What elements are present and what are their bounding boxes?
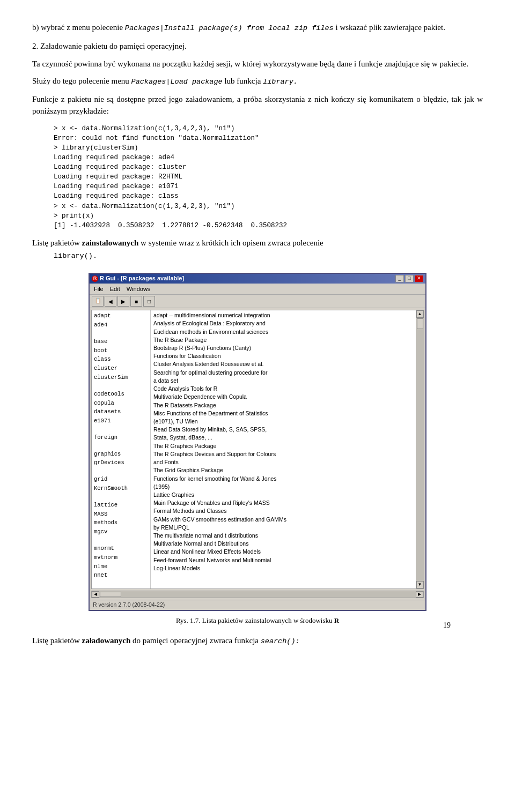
pkg-grDevices-spacer	[94, 467, 148, 475]
pkg-codetools[interactable]: codetools	[94, 390, 148, 399]
desc-graphics: The R Graphics Package	[153, 442, 413, 450]
section2-desc: Ta czynność powinna być wykonana na pocz…	[32, 59, 468, 68]
list-code: library().	[54, 251, 483, 262]
menu-edit[interactable]: Edit	[107, 284, 123, 294]
hscroll-left-btn[interactable]: ◀	[92, 591, 99, 598]
status-text: R version 2.7.0 (2008-04-22)	[93, 601, 165, 608]
pkg-adapt[interactable]: adapt	[94, 311, 148, 321]
pkg-mvtnorm[interactable]: mvtnorm	[94, 553, 148, 562]
pkg-e1071[interactable]: e1071	[94, 416, 148, 426]
desc-methods: Formal Methods and Classes	[153, 507, 413, 515]
bottom-code: search():	[261, 637, 300, 645]
hscroll-right-btn[interactable]: ▶	[416, 591, 423, 598]
package-descs-col: adapt -- multidimensional numerical inte…	[151, 310, 416, 588]
pkg-grDevices[interactable]: grDevices	[94, 458, 148, 467]
h-scrollbar[interactable]: ◀ ▶	[91, 591, 424, 598]
bottom-text-start: Listę pakietów	[32, 636, 82, 645]
desc-clusterSim: Searching for optimal clustering procedu…	[153, 369, 413, 385]
pkg-class[interactable]: class	[94, 355, 148, 364]
hscroll-track[interactable]	[99, 591, 416, 598]
caption-bold: R	[334, 616, 339, 624]
titlebar-buttons[interactable]: _ □ ✕	[395, 275, 423, 282]
section2-heading: 2. Załadowanie pakietu do pamięci operac…	[32, 40, 483, 117]
bottom-bold: załadowanych	[82, 636, 130, 645]
window-title: R Gui - [R packages available]	[100, 274, 184, 283]
pkg-mnormt[interactable]: mnormt	[94, 544, 148, 553]
package-names-col: adapt ade4 base boot class cluster clust…	[92, 310, 151, 588]
restore-button[interactable]: □	[405, 275, 414, 282]
pkg-foreign[interactable]: foreign	[94, 433, 148, 442]
desc-KernSmooth: Functions for kernel smoothing for Wand …	[153, 475, 413, 491]
scroll-thumb[interactable]	[417, 318, 423, 329]
pkg-foreign-spacer	[94, 442, 148, 450]
toolbar-btn-5[interactable]: □	[143, 296, 155, 307]
menu-windows[interactable]: Windows	[123, 284, 154, 294]
desc-MASS: Main Package of Venables and Ripley's MA…	[153, 499, 413, 507]
desc-ade4: Analysis of Ecological Data : Explorator…	[153, 319, 413, 336]
list-intro-para: Listę pakietów zainstalowanych w systemi…	[32, 237, 483, 262]
desc-cluster: Cluster Analysis Extended Rousseeuw et a…	[153, 360, 413, 368]
desc-e1071: Misc Functions of the Department of Stat…	[153, 409, 413, 426]
pkg-nlme[interactable]: nlme	[94, 562, 148, 571]
r-icon: R	[92, 275, 98, 282]
list-bold: zainstalowanych	[82, 239, 138, 247]
point-b-code: Packages|Install package(s) from local z…	[125, 24, 334, 32]
pkg-graphics[interactable]: graphics	[94, 450, 148, 459]
code-example: > x <- data.Normalization(c(1,3,4,2,3), …	[54, 124, 483, 230]
pkg-MASS[interactable]: MASS	[94, 510, 148, 519]
rgui-body: adapt ade4 base boot class cluster clust…	[91, 310, 424, 589]
desc-adapt: adapt -- multidimensional numerical inte…	[153, 311, 413, 319]
scrollbar[interactable]: ▲ ▼	[416, 310, 423, 588]
pkg-copula[interactable]: copula	[94, 399, 148, 408]
figure-container: R R Gui - [R packages available] _ □ ✕ F…	[32, 273, 483, 626]
section2-menu-text: Służy do tego polecenie menu	[32, 77, 131, 85]
scroll-track[interactable]	[416, 318, 424, 581]
scroll-down-btn[interactable]: ▼	[416, 581, 424, 588]
desc-grDevices: The R Graphics Devices and Support for C…	[153, 450, 413, 466]
toolbar-btn-4[interactable]: ■	[130, 296, 142, 307]
pkg-datasets[interactable]: datasets	[94, 407, 148, 416]
scroll-up-btn[interactable]: ▲	[416, 310, 424, 318]
hscroll-thumb[interactable]	[100, 592, 121, 597]
close-button[interactable]: ✕	[415, 275, 423, 282]
section2-menu-end: lub funkcja	[223, 77, 263, 85]
pkg-nnet-spacer	[94, 580, 148, 587]
desc-codetools: Code Analysis Tools for R	[153, 385, 413, 393]
bottom-end: do pamięci operacyjnej zwraca funkcja	[130, 636, 260, 645]
desc-base: The R Base Package	[153, 336, 413, 344]
point-b-text: b) wybrać z menu polecenie	[32, 23, 125, 32]
caption-text: Rys. 1.7. Lista pakietów zainstalowanych…	[176, 616, 334, 624]
desc-nnet: Feed-forward Neural Networks and Multino…	[153, 556, 413, 572]
rgui-statusbar: R version 2.7.0 (2008-04-22)	[90, 600, 425, 610]
pkg-mgcv[interactable]: mgcv	[94, 527, 148, 537]
desc-datasets: The R Datasets Package	[153, 401, 413, 409]
pkg-base[interactable]: base	[94, 337, 148, 346]
pkg-methods[interactable]: methods	[94, 518, 148, 527]
pkg-clusterSim[interactable]: clusterSim	[94, 373, 148, 382]
pkg-lattice[interactable]: lattice	[94, 501, 148, 510]
minimize-button[interactable]: _	[395, 275, 404, 282]
rgui-toolbar: 📋 ◀ ▶ ■ □	[90, 295, 425, 308]
pkg-grid[interactable]: grid	[94, 475, 148, 484]
menu-file[interactable]: File	[91, 284, 107, 294]
desc-mvtnorm: Multivariate Normal and t Distributions	[153, 540, 413, 548]
titlebar-left: R R Gui - [R packages available]	[92, 274, 184, 283]
desc-class: Functions for Classification	[153, 352, 413, 360]
pkg-nnet[interactable]: nnet	[94, 571, 148, 580]
pkg-ade4[interactable]: ade4	[94, 321, 148, 330]
pkg-cluster[interactable]: cluster	[94, 364, 148, 373]
rgui-window: R R Gui - [R packages available] _ □ ✕ F…	[89, 273, 426, 611]
toolbar-btn-1[interactable]: 📋	[92, 296, 104, 307]
desc-copula: Multivariate Dependence with Copula	[153, 393, 413, 401]
toolbar-btn-2[interactable]: ◀	[105, 296, 116, 307]
pkg-boot[interactable]: boot	[94, 346, 148, 355]
toolbar-btn-3[interactable]: ▶	[117, 296, 129, 307]
pkg-e1071-spacer	[94, 426, 148, 433]
pkg-clusterSim-spacer	[94, 382, 148, 390]
desc-grid: The Grid Graphics Package	[153, 466, 413, 474]
rgui-menubar: File Edit Windows	[90, 284, 425, 295]
pkg-KernSmooth[interactable]: KernSmooth	[94, 484, 148, 493]
section2-func: library.	[263, 78, 298, 86]
section2-warn: Funkcje z pakietu nie są dostępne przed …	[32, 95, 483, 116]
pkg-KernSmooth-spacer	[94, 493, 148, 501]
